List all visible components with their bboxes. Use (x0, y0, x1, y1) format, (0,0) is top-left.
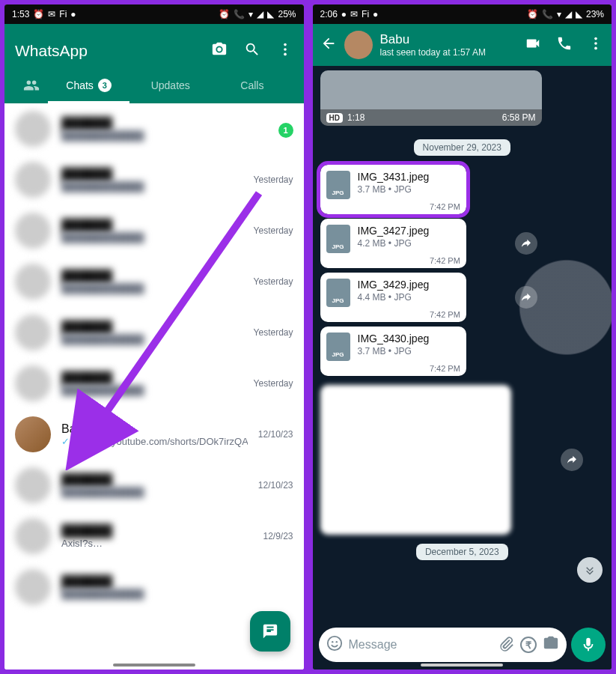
hd-badge: HD (326, 113, 343, 123)
chat-list[interactable]: ██████████████████1██████████████████Yes… (4, 103, 304, 670)
forward-button[interactable] (515, 232, 537, 255)
avatar[interactable] (15, 518, 51, 554)
chat-row[interactable]: ██████████████████Yesterday (4, 256, 304, 307)
avatar[interactable] (15, 569, 51, 605)
scroll-to-bottom[interactable] (577, 557, 603, 583)
chat-preview: ████████████ (61, 181, 243, 192)
chat-row[interactable]: ██████████████████12/10/23 (4, 460, 304, 511)
notif-icon: ● (373, 9, 378, 19)
chat-name: ██████ (61, 219, 243, 232)
camera-icon[interactable] (211, 41, 228, 61)
tab-communities[interactable] (15, 67, 48, 103)
chat-preview: ████████████ (61, 487, 248, 498)
avatar[interactable] (15, 264, 51, 300)
avatar[interactable] (15, 467, 51, 503)
chat-row[interactable]: ██████████████████Yesterday (4, 307, 304, 358)
file-type-icon: JPG (326, 171, 350, 199)
chat-row[interactable]: ██████████████████Yesterday (4, 205, 304, 256)
voice-call-icon[interactable] (556, 35, 573, 55)
avatar[interactable] (15, 315, 51, 350)
notif-icon: ● (70, 9, 76, 19)
camera-icon[interactable] (543, 635, 559, 655)
nav-handle[interactable] (113, 664, 195, 667)
message-bubble-blurred[interactable] (320, 385, 511, 535)
chat-name: ██████ (61, 117, 268, 130)
svg-point-5 (594, 42, 597, 45)
avatar[interactable] (15, 213, 51, 249)
chats-badge: 3 (98, 79, 112, 92)
payment-icon[interactable]: ₹ (520, 637, 537, 653)
notif-icon: Fi (59, 9, 67, 19)
file-meta: 3.7 MB • JPG (358, 346, 460, 356)
file-message[interactable]: JPGIMG_3429.jpeg4.4 MB • JPG7:42 PM (320, 273, 466, 322)
file-type-icon: JPG (326, 333, 350, 361)
video-duration: 1:18 (347, 112, 365, 123)
chat-row[interactable]: ██████████████████Yesterday (4, 358, 304, 409)
mic-button[interactable] (571, 628, 606, 662)
chat-row[interactable]: ██████████████████Yesterday (4, 154, 304, 205)
chat-preview: ✓✓https://youtube.com/shorts/DOk7irzQALg… (61, 436, 248, 447)
chat-time: Yesterday (254, 327, 293, 338)
file-message[interactable]: JPGIMG_3427.jpeg4.2 MB • JPG7:42 PM (320, 219, 466, 268)
more-icon[interactable] (588, 35, 604, 55)
battery-text: 23% (586, 9, 604, 19)
chat-title-area[interactable]: Babu last seen today at 1:57 AM (380, 32, 518, 58)
avatar[interactable] (344, 31, 373, 59)
file-message[interactable]: JPGIMG_3431.jpeg3.7 MB • JPG7:42 PM (320, 165, 466, 214)
more-icon[interactable] (277, 41, 293, 61)
notif-icon: ● (341, 9, 347, 19)
file-message[interactable]: JPGIMG_3430.jpeg3.7 MB • JPG7:42 PM (320, 327, 466, 376)
new-chat-fab[interactable] (250, 611, 290, 652)
battery-icon: ◣ (576, 9, 582, 19)
chat-name: Babu (61, 422, 248, 436)
chat-row[interactable]: ██████████████████1 (4, 103, 304, 154)
message-placeholder: Message (349, 638, 493, 652)
chat-row[interactable]: ██████████████████ (4, 562, 304, 613)
back-button[interactable] (320, 35, 337, 55)
chat-row[interactable]: Babu✓✓https://youtube.com/shorts/DOk7irz… (4, 409, 304, 460)
message-time: 7:42 PM (326, 202, 460, 211)
avatar[interactable] (15, 365, 51, 401)
avatar[interactable] (15, 416, 51, 452)
file-name: IMG_3430.jpeg (358, 333, 460, 344)
phone-chat-screen: 2:06 ● ✉ Fi ● ⏰ 📞 ▾ ◢ ◣ 23% Babu last se… (311, 2, 615, 672)
avatar[interactable] (15, 111, 51, 147)
chat-body[interactable]: HD1:18 6:58 PM November 29, 2023 JPGIMG_… (313, 66, 612, 623)
chat-row[interactable]: ██████AxisI?s…12/9/23 (4, 511, 304, 562)
video-call-icon[interactable] (525, 35, 541, 55)
tab-chats[interactable]: Chats 3 (48, 67, 129, 103)
chat-name: ██████ (61, 270, 243, 283)
emoji-icon[interactable] (326, 635, 343, 655)
chat-time: Yesterday (254, 174, 293, 185)
message-time: 7:42 PM (326, 256, 460, 265)
battery-icon: ◣ (267, 9, 274, 19)
attachment-icon[interactable] (498, 635, 514, 655)
nav-handle[interactable] (421, 664, 503, 667)
file-meta: 4.2 MB • JPG (358, 238, 460, 249)
input-bar: Message ₹ (313, 623, 612, 670)
notif-icon: ✉ (350, 9, 358, 19)
chat-time: Yesterday (254, 378, 293, 389)
message-time: 7:42 PM (326, 310, 460, 319)
avatar[interactable] (15, 162, 51, 198)
svg-point-8 (332, 641, 333, 643)
forward-button[interactable] (515, 286, 537, 309)
alarm-icon: ⏰ (527, 9, 538, 19)
chat-preview: ████████████ (61, 334, 243, 345)
app-title: WhatsApp (15, 42, 88, 60)
signal-icon: ◢ (565, 9, 572, 19)
svg-point-2 (284, 53, 287, 56)
video-message[interactable]: HD1:18 6:58 PM (320, 70, 542, 126)
whatsapp-header: WhatsApp Chats 3 Updates Calls (4, 24, 304, 103)
svg-point-0 (284, 43, 287, 46)
notif-icon: Fi (362, 9, 369, 19)
message-time: 6:58 PM (502, 112, 536, 123)
tab-calls[interactable]: Calls (211, 67, 293, 103)
notif-icon: ✉ (48, 9, 55, 19)
tab-updates[interactable]: Updates (129, 67, 211, 103)
search-icon[interactable] (244, 41, 260, 61)
message-input[interactable]: Message ₹ (319, 628, 567, 662)
file-name: IMG_3429.jpeg (358, 279, 460, 291)
forward-button[interactable] (561, 449, 583, 471)
chat-time: 12/10/23 (258, 480, 293, 491)
